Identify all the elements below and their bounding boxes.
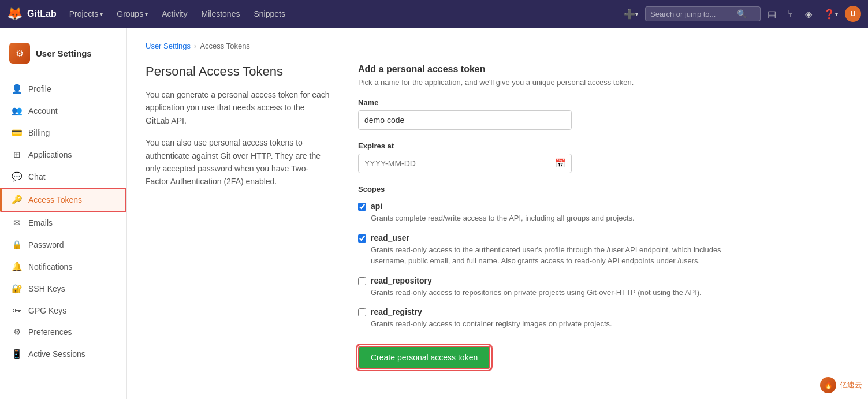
scope-api-checkbox[interactable] <box>358 203 366 211</box>
breadcrumb: User Settings › Access Tokens <box>146 42 850 50</box>
nav-projects[interactable]: Projects ▾ <box>64 6 109 22</box>
expires-field-group: Expires at 📅 <box>358 141 728 173</box>
scope-read-user-checkbox[interactable] <box>358 234 366 243</box>
left-section: Personal Access Tokens You can generate … <box>146 64 330 369</box>
scope-read-repository-desc: Grants read-only access to repositories … <box>371 287 728 299</box>
active-sessions-icon: 📱 <box>11 349 23 359</box>
expires-label: Expires at <box>358 141 728 150</box>
chat-icon: 💬 <box>11 171 23 182</box>
chevron-down-icon: ▾ <box>100 11 103 17</box>
scope-read-user-name[interactable]: read_user <box>371 233 409 243</box>
page-desc-2: You can also use personal access tokens … <box>146 136 330 188</box>
scope-api-desc: Grants complete read/write access to the… <box>371 212 728 224</box>
gitlab-icon: 🦊 <box>7 6 23 21</box>
merge-requests-icon[interactable]: ⑂ <box>783 5 798 23</box>
scope-read-user: read_user Grants read-only access to the… <box>358 233 728 267</box>
billing-icon: 💳 <box>11 128 23 138</box>
scope-read-user-desc: Grants read-only access to the authentic… <box>371 244 728 267</box>
breadcrumb-separator: › <box>194 42 196 50</box>
issues-icon[interactable]: ◈ <box>800 5 817 23</box>
user-settings-icon: ⚙ <box>9 43 30 64</box>
profile-icon: 👤 <box>11 84 23 94</box>
sidebar-item-emails[interactable]: ✉ Emails <box>0 212 126 234</box>
content-wrapper: Personal Access Tokens You can generate … <box>146 64 850 369</box>
nav-activity[interactable]: Activity <box>156 6 193 22</box>
watermark: 🔥 亿速云 <box>820 377 862 393</box>
sidebar-item-preferences[interactable]: ⚙ Preferences <box>0 321 126 343</box>
scope-api-name[interactable]: api <box>371 202 382 211</box>
sidebar-header: ⚙ User Settings <box>0 37 126 73</box>
notifications-icon: 🔔 <box>11 262 23 272</box>
scope-read-registry-row: read_registry <box>358 307 728 316</box>
nav-snippets[interactable]: Snippets <box>248 6 290 22</box>
page-layout: ⚙ User Settings 👤 Profile 👥 Account 💳 Bi… <box>0 28 868 399</box>
scope-api-row: api <box>358 202 728 211</box>
scopes-label: Scopes <box>358 185 728 193</box>
preferences-icon: ⚙ <box>11 327 23 337</box>
scope-read-registry-desc: Grants read-only access to container reg… <box>371 318 728 330</box>
search-input[interactable] <box>650 10 737 18</box>
sidebar-item-applications[interactable]: ⊞ Applications <box>0 144 126 166</box>
scope-read-repository-checkbox[interactable] <box>358 277 366 285</box>
search-icon: 🔍 <box>737 9 747 18</box>
account-icon: 👥 <box>11 106 23 116</box>
breadcrumb-current: Access Tokens <box>200 42 249 50</box>
scope-read-registry-name[interactable]: read_registry <box>371 307 422 316</box>
scope-api: api Grants complete read/write access to… <box>358 202 728 224</box>
sidebar-item-password[interactable]: 🔒 Password <box>0 234 126 256</box>
name-field-group: Name <box>358 98 728 130</box>
name-input[interactable] <box>358 110 572 130</box>
scopes-group: Scopes api Grants complete read/write ac… <box>358 185 728 330</box>
sidebar-item-notifications[interactable]: 🔔 Notifications <box>0 256 126 278</box>
plus-icon[interactable]: ➕ ▾ <box>619 5 643 23</box>
scope-read-registry: read_registry Grants read-only access to… <box>358 307 728 330</box>
sidebar-item-account[interactable]: 👥 Account <box>0 100 126 122</box>
watermark-icon: 🔥 <box>820 377 836 393</box>
password-icon: 🔒 <box>11 240 23 250</box>
sidebar-item-chat[interactable]: 💬 Chat <box>0 166 126 188</box>
top-navigation: 🦊 GitLab Projects ▾ Groups ▾ Activity Mi… <box>0 0 868 28</box>
sidebar-item-gpg-keys[interactable]: 🗝 GPG Keys <box>0 300 126 321</box>
help-icon[interactable]: ❓ ▾ <box>819 5 843 23</box>
scope-read-repository-row: read_repository <box>358 276 728 285</box>
create-token-button[interactable]: Create personal access token <box>358 346 490 369</box>
sidebar-item-access-tokens[interactable]: 🔑 Access Tokens <box>0 188 126 212</box>
scope-read-registry-checkbox[interactable] <box>358 308 366 316</box>
access-tokens-icon: 🔑 <box>11 195 23 205</box>
form-section-title: Add a personal access token <box>358 64 728 74</box>
emails-icon: ✉ <box>11 218 23 228</box>
brand-name: GitLab <box>27 9 57 19</box>
breadcrumb-parent[interactable]: User Settings <box>146 42 191 50</box>
scope-read-repository: read_repository Grants read-only access … <box>358 276 728 299</box>
ssh-keys-icon: 🔐 <box>11 284 23 294</box>
nav-groups[interactable]: Groups ▾ <box>111 6 154 22</box>
sidebar-item-profile[interactable]: 👤 Profile <box>0 78 126 100</box>
expires-input[interactable] <box>358 154 572 173</box>
nav-milestones[interactable]: Milestones <box>196 6 246 22</box>
search-bar[interactable]: 🔍 <box>645 6 761 21</box>
scope-read-repository-name[interactable]: read_repository <box>371 276 432 285</box>
scope-read-user-row: read_user <box>358 233 728 243</box>
avatar[interactable]: U <box>845 6 861 22</box>
sidebar-item-billing[interactable]: 💳 Billing <box>0 122 126 144</box>
brand-logo[interactable]: 🦊 GitLab <box>7 6 57 21</box>
name-label: Name <box>358 98 728 107</box>
chevron-down-icon: ▾ <box>145 11 148 17</box>
right-section: Add a personal access token Pick a name … <box>358 64 728 369</box>
page-desc-1: You can generate a personal access token… <box>146 88 330 127</box>
main-content: User Settings › Access Tokens Personal A… <box>127 28 868 399</box>
page-title: Personal Access Tokens <box>146 64 330 79</box>
sidebar-item-ssh-keys[interactable]: 🔐 SSH Keys <box>0 278 126 300</box>
applications-icon: ⊞ <box>11 150 23 160</box>
gpg-keys-icon: 🗝 <box>11 305 23 315</box>
sidebar-title: User Settings <box>36 49 92 58</box>
sidebar: ⚙ User Settings 👤 Profile 👥 Account 💳 Bi… <box>0 28 127 399</box>
sidebar-item-active-sessions[interactable]: 📱 Active Sessions <box>0 343 126 365</box>
sidebar-toggle-icon[interactable]: ▤ <box>763 5 781 23</box>
watermark-text: 亿速云 <box>840 380 862 390</box>
form-subtitle: Pick a name for the application, and we'… <box>358 78 728 87</box>
date-input-wrapper: 📅 <box>358 154 572 173</box>
